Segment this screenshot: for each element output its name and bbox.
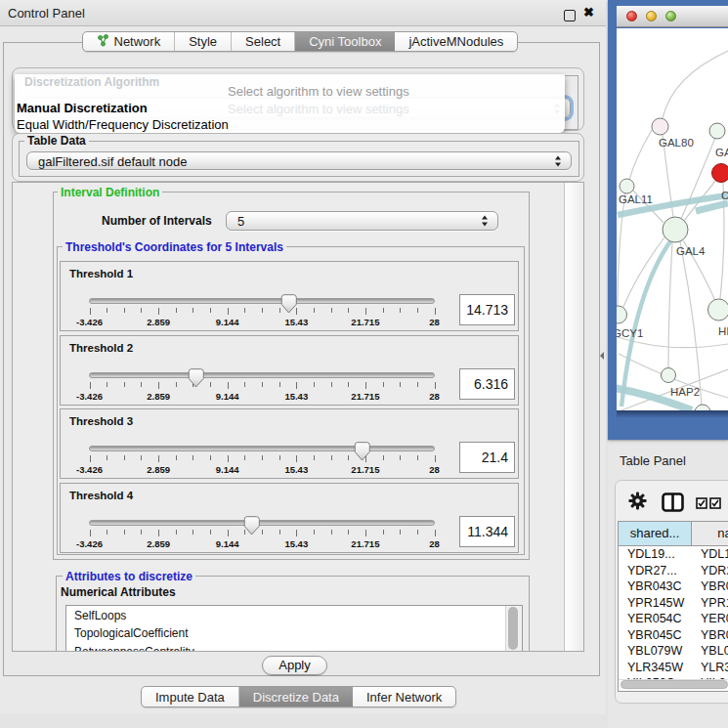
network-node[interactable] [617,306,627,323]
slider-tick-label: 28 [429,391,440,402]
table-cell-shared-name: YDL19... [619,546,692,563]
table-row[interactable]: YDL19...YDL1 [619,546,728,563]
slider-tick [176,382,177,387]
slider-tick [331,382,332,387]
attribute-list-item[interactable]: TopologicalCoefficient [66,624,505,642]
table-row[interactable]: YBL079WYBL0 [619,643,728,660]
slider-track[interactable] [89,520,435,526]
popup-prompt-item[interactable]: Select algorithm to view settings [228,84,409,99]
checkbox-icon[interactable] [709,495,721,513]
close-icon[interactable]: ✖ [583,5,594,20]
algorithm-combobox-prompt-ghost: Select algorithm to view settings [228,102,409,116]
slider-tick [158,530,159,536]
slider-tick [107,530,107,535]
tab-jactivemnodules[interactable]: jActiveMNodules [395,32,517,51]
network-node-label: GAL11 [619,193,653,205]
table-row[interactable]: YDR27...YDR2 [619,563,728,579]
float-window-icon[interactable] [564,10,576,21]
node-attribute-table[interactable]: shared...name YDL19...YDL1YDR27...YDR2YB… [618,521,728,692]
table-cell-shared-name: YPR145W [619,595,692,612]
table-cell-name: YBR0 [692,578,728,595]
network-node-label: GA [715,147,728,158]
table-row[interactable]: YLR345WYLR3 [619,660,728,676]
apply-button[interactable]: Apply [262,656,327,675]
bottom-tab-infer-network[interactable]: Infer Network [353,687,455,707]
columns-icon[interactable] [662,492,684,516]
network-node[interactable] [709,123,725,139]
slider-tick [348,308,349,313]
threshold-value-field[interactable]: 6.316 [459,368,515,400]
network-edge[interactable] [663,51,728,118]
table-row[interactable]: YBR043CYBR0 [619,578,728,595]
slider-tick [124,455,125,460]
control-panel-titlebar[interactable]: Control Panel ✖ [0,0,606,26]
network-edge[interactable] [618,193,625,306]
threshold-panel: Threshold 4-3.4262.8599.14415.4321.71528… [60,483,519,553]
slider-thumb[interactable] [354,442,370,461]
slider-tick [279,530,280,535]
slider-tick [228,308,229,315]
slider-tick [141,382,142,387]
slider-tick [417,455,418,460]
tab-network[interactable]: Network [83,32,176,51]
table-column-header[interactable]: name [692,522,728,545]
network-edge[interactable] [668,242,672,368]
network-canvas[interactable]: GAL80GACGAL11GAL4HIGCY1HAP2 [617,28,728,410]
network-node[interactable] [663,217,688,242]
tab-select[interactable]: Select [232,32,295,51]
slider-thumb[interactable] [243,516,260,535]
slider-tick [348,530,349,535]
network-node[interactable] [695,405,710,410]
tab-cyni-toolbox[interactable]: Cyni Toolbox [295,32,395,51]
threshold-value-field[interactable]: 21.4 [459,442,515,473]
bottom-tab-discretize-data[interactable]: Discretize Data [239,687,353,707]
network-node[interactable] [620,179,634,193]
slider-track[interactable] [89,298,435,304]
popup-item-manual-discretization[interactable]: Manual Discretization [17,101,148,115]
window-close-button[interactable] [626,11,637,21]
threshold-value-field[interactable]: 14.713 [459,294,515,325]
network-node-label: HI [718,325,728,337]
bottom-tab-impute-data[interactable]: Impute Data [142,687,239,707]
table-row[interactable]: YER054CYER0 [619,611,728,627]
slider-tick [262,382,263,387]
attribute-list-item[interactable]: BetweennessCentrality [66,643,505,652]
slider-tick [244,308,245,313]
network-edge-highlighted[interactable] [621,241,670,407]
popup-item-equal-width[interactable]: Equal Width/Frequency Discretization [17,117,229,132]
table-data-panel: Table Data galFiltered.sif default node [12,133,584,182]
attribute-list-item[interactable]: SelfLoops [66,607,505,624]
network-node[interactable] [662,368,676,383]
threshold-value-text: 21.4 [482,450,508,465]
slider-tick-label: 2.859 [147,464,170,475]
slider-track[interactable] [89,372,435,378]
window-zoom-button[interactable] [665,11,676,21]
network-node[interactable] [652,118,668,135]
network-edge-highlighted[interactable] [696,203,728,211]
tab-style[interactable]: Style [175,32,232,51]
slider-thumb[interactable] [188,368,204,388]
slider-track[interactable] [89,446,435,451]
attributes-list-scrollbar[interactable] [505,606,522,652]
slider-tick [348,382,349,387]
discretization-algorithm-group-title-ghost: Discretization Algorithm [24,75,159,89]
gear-icon[interactable] [628,492,647,514]
numerical-attributes-list[interactable]: SelfLoopsTopologicalCoefficientBetweenne… [65,605,523,652]
number-of-intervals-combobox[interactable]: 5 [226,211,498,231]
table-data-combobox[interactable]: galFiltered.sif default node [26,151,572,170]
threshold-value-field[interactable]: 11.344 [459,516,515,547]
table-column-header[interactable]: shared... [619,522,692,545]
split-divider-collapse-icon[interactable] [600,352,604,360]
table-row[interactable]: YPR145WYPR1 [619,595,728,612]
slider-thumb[interactable] [280,294,297,314]
network-edge[interactable] [629,130,652,180]
slider-tick-label: -3.426 [76,464,103,475]
checkbox-icon[interactable] [696,495,707,513]
settings-vertical-scrollbar[interactable] [564,183,583,651]
network-node[interactable] [712,164,728,183]
table-row[interactable]: YBR045CYBR0 [619,627,728,644]
network-node[interactable] [708,299,728,321]
table-horizontal-scrollbar-thumb[interactable] [621,680,728,689]
attributes-list-scrollbar-thumb[interactable] [508,607,518,650]
window-minimize-button[interactable] [646,11,657,21]
